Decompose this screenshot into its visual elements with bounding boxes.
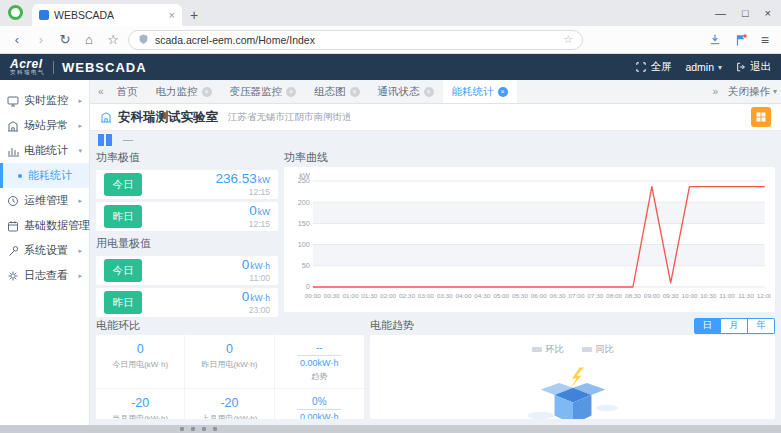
sidebar-item-system-settings[interactable]: 系统设置 ▸ [0, 238, 89, 263]
menu-icon[interactable]: ≡ [761, 32, 769, 48]
energy-trend-panel: 环比 同比 [370, 335, 775, 419]
compare-cell-last-month: -20 上月用电(kW·h) [185, 389, 274, 419]
window-maximize-button[interactable]: □ [742, 7, 749, 19]
home-button[interactable]: ⌂ [80, 32, 98, 47]
svg-text:11:00: 11:00 [719, 292, 735, 299]
unit: kW [258, 207, 270, 217]
taskbar-icon[interactable] [202, 427, 206, 431]
compare-cell-this-month: -20 当月用电(kW·h) [96, 389, 185, 419]
taskbar-icon[interactable] [191, 427, 195, 431]
power-curve-chart: 050100150200250kW00:0000:3001:0001:3002:… [284, 167, 775, 312]
main-content: « 首页 电力监控 × 变压器监控 × 组态图 × 通讯状态 × 能耗统计 [90, 80, 781, 425]
value: 0 [249, 203, 257, 218]
forward-button[interactable]: › [32, 32, 50, 47]
tab-close-icon[interactable]: × [202, 87, 212, 97]
value: -20 [98, 396, 182, 410]
new-tab-button[interactable]: + [190, 4, 198, 26]
energy-extreme-yesterday-card: 昨日 0kW·h 23:00 [96, 288, 278, 317]
sidebar-item-label: 运维管理 [24, 193, 68, 208]
svg-text:100: 100 [298, 241, 310, 249]
energy-compare-panel: 0 今日用电(kW·h) 0 昨日用电(kW·h) -- 0.00kW·h [96, 335, 364, 419]
dashboard: 功率极值 今日 236.53kW 12:15 昨日 0kW 12:15 [90, 148, 781, 425]
window-minimize-button[interactable]: — [715, 7, 726, 19]
page-tab-energy-consumption[interactable]: 能耗统计 × [443, 80, 517, 103]
tab-close-icon[interactable]: × [286, 87, 296, 97]
page-tab-transformer-monitor[interactable]: 变压器监控 × [221, 80, 306, 103]
svg-text:00:00: 00:00 [305, 292, 322, 299]
sidebar-item-ops-management[interactable]: 运维管理 ▸ [0, 188, 89, 213]
period-day-button[interactable]: 日 [694, 318, 721, 334]
tab-favicon-icon [39, 10, 49, 20]
legend-item-ring-compare[interactable]: 环比 [532, 343, 564, 356]
taskbar [0, 425, 781, 433]
close-operations-dropdown[interactable]: 关闭操作 ▾ [728, 85, 777, 99]
page-tab-scada-diagram[interactable]: 组态图 × [305, 80, 369, 103]
browser-tab[interactable]: WEBSCADA × [32, 4, 182, 26]
value: 0 [242, 289, 250, 304]
browser-logo-icon[interactable] [8, 5, 23, 20]
clock-icon [7, 195, 19, 207]
collapse-dash-icon[interactable]: — [123, 134, 133, 145]
sidebar-item-station-alarm[interactable]: 场站异常 ▸ [0, 113, 89, 138]
timestamp: 11:00 [242, 274, 270, 283]
svg-text:06:30: 06:30 [550, 292, 567, 299]
label: 当月用电(kW·h) [98, 413, 182, 419]
logout-button[interactable]: 退出 [736, 60, 771, 74]
fraction-divider [297, 355, 341, 356]
page-tab-home[interactable]: 首页 [108, 80, 147, 103]
sidebar-item-label: 实时监控 [24, 93, 68, 108]
bullet-icon [18, 174, 22, 178]
chevron-right-icon: ▸ [78, 247, 82, 255]
tab-close-icon[interactable]: × [424, 87, 434, 97]
tab-scroll-right-button[interactable]: » [708, 86, 722, 97]
chevron-down-icon: ▾ [773, 87, 777, 96]
tab-close-icon[interactable]: × [169, 9, 175, 21]
svg-text:0: 0 [306, 284, 310, 292]
back-button[interactable]: ‹ [8, 32, 26, 47]
svg-text:07:00: 07:00 [568, 292, 585, 299]
station-switch-button[interactable] [751, 107, 771, 127]
period-year-button[interactable]: 年 [748, 318, 775, 334]
sidebar-item-energy-consumption[interactable]: 能耗统计 [0, 163, 89, 188]
fullscreen-button[interactable]: 全屏 [636, 60, 671, 74]
window-controls: — □ × [715, 0, 771, 26]
tab-close-icon[interactable]: × [350, 87, 360, 97]
svg-text:10:30: 10:30 [700, 292, 717, 299]
flag-icon[interactable] [735, 34, 747, 46]
label: 今日用电(kW·h) [98, 359, 182, 370]
period-month-button[interactable]: 月 [721, 318, 748, 334]
energy-extremes-title: 用电量极值 [96, 236, 278, 251]
bar-chart-icon [7, 145, 19, 157]
indicator-bar-icon[interactable] [98, 134, 104, 146]
address-bar[interactable]: scada.acrel-eem.com/Home/Index ☆ [128, 30, 583, 50]
reload-button[interactable]: ↻ [56, 32, 74, 47]
sidebar-item-base-data[interactable]: 基础数据管理 ▸ [0, 213, 89, 238]
chevron-right-icon: ▸ [78, 122, 82, 130]
sidebar-item-energy-statistics[interactable]: 电能统计 ▾ [0, 138, 89, 163]
svg-text:09:00: 09:00 [644, 292, 661, 299]
trend-legend: 环比 同比 [376, 343, 769, 356]
svg-text:04:00: 04:00 [455, 292, 472, 299]
svg-text:05:00: 05:00 [493, 292, 510, 299]
label: 昨日用电(kW·h) [187, 359, 271, 370]
svg-text:03:00: 03:00 [418, 292, 435, 299]
taskbar-icon[interactable] [180, 427, 184, 431]
page-tab-comm-status[interactable]: 通讯状态 × [369, 80, 443, 103]
taskbar-icon[interactable] [213, 427, 217, 431]
window-close-button[interactable]: × [765, 7, 771, 19]
sidebar-item-log-viewer[interactable]: 日志查看 ▸ [0, 263, 89, 288]
building-icon [7, 120, 19, 132]
timestamp: 12:15 [249, 220, 270, 229]
svg-text:50: 50 [302, 262, 310, 270]
sidebar-item-realtime-monitor[interactable]: 实时监控 ▸ [0, 88, 89, 113]
tab-close-icon[interactable]: × [498, 87, 508, 97]
legend-item-year-compare[interactable]: 同比 [582, 343, 614, 356]
unit: kW·h [250, 293, 270, 303]
tab-scroll-left-button[interactable]: « [94, 86, 108, 97]
indicator-bar-icon[interactable] [106, 134, 112, 146]
bookmarks-star-button[interactable]: ☆ [104, 32, 122, 47]
page-tab-power-monitor[interactable]: 电力监控 × [147, 80, 221, 103]
favorite-star-icon[interactable]: ☆ [563, 33, 573, 46]
download-icon[interactable] [709, 34, 721, 45]
user-menu[interactable]: admin ▾ [685, 61, 722, 73]
